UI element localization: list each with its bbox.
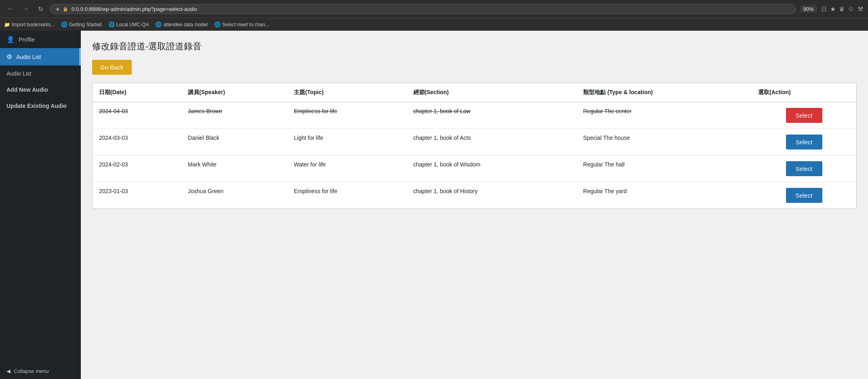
reader-icon[interactable]: ☷ xyxy=(821,5,827,13)
col-header-action: 選取(Action) xyxy=(752,83,857,102)
sidebar-update-existing-label: Update Existing Audio xyxy=(6,103,67,109)
cell-date: 2023-01-03 xyxy=(93,182,182,209)
table-row: 2024-03-03 Daniel Black Light for life c… xyxy=(93,129,857,156)
sidebar-audio-list-label: Audio List xyxy=(16,54,41,60)
table-row: 2024-02-03 Mark White Water for life cha… xyxy=(93,156,857,182)
globe-icon-2: 🌐 xyxy=(108,21,115,27)
col-header-section: 經節(Section) xyxy=(407,83,577,102)
cell-action: Select xyxy=(752,129,857,156)
account-icon[interactable]: ☺ xyxy=(848,5,854,13)
cell-date: 2024-04-03 xyxy=(93,102,182,129)
cell-speaker: Mark White xyxy=(181,156,287,182)
bookmark-select-meet[interactable]: 🌐 Select meet to chan... xyxy=(214,21,269,27)
cell-date: 2024-03-03 xyxy=(93,129,182,156)
cell-action: Select xyxy=(752,156,857,182)
globe-icon-4: 🌐 xyxy=(214,21,221,27)
cell-section: chapter 1, book of Wisdom xyxy=(407,156,577,182)
cell-topic: Emptiness for life xyxy=(287,182,407,209)
select-button-1[interactable]: Select xyxy=(786,135,822,149)
gear-icon: ⚙ xyxy=(6,53,12,61)
cell-date: 2024-02-03 xyxy=(93,156,182,182)
folder-icon: 📁 xyxy=(4,22,10,27)
reload-button[interactable]: ↻ xyxy=(36,4,46,14)
audio-table: 日期(Date) 講員(Speaker) 主題(Topic) 經節(Sectio… xyxy=(92,83,857,209)
go-back-button[interactable]: Go Back xyxy=(92,60,132,75)
col-header-topic: 主題(Topic) xyxy=(287,83,407,102)
table-row: 2024-04-03 James Brown Emptiness for lif… xyxy=(93,102,857,129)
cell-type-location: Regular The yard xyxy=(577,182,752,209)
cell-speaker: Daniel Black xyxy=(181,129,287,156)
sidebar-item-audio-list-link[interactable]: Audio List xyxy=(0,65,81,82)
bookmarks-bar: 📁 Import bookmarks... 🌐 Getting Started … xyxy=(0,18,868,31)
zoom-level: 90% xyxy=(800,5,817,13)
select-button-0[interactable]: Select xyxy=(786,108,822,123)
col-header-speaker: 講員(Speaker) xyxy=(181,83,287,102)
select-button-3[interactable]: Select xyxy=(786,188,822,203)
pocket-icon[interactable]: ♛ xyxy=(839,5,845,13)
globe-icon-1: 🌐 xyxy=(61,21,67,27)
cell-topic: Light for life xyxy=(287,129,407,156)
collapse-label: Collapse menu xyxy=(14,368,49,374)
cell-section: chapter 1, book of History xyxy=(407,182,577,209)
bookmark-attendee[interactable]: 🌐 attendee data model xyxy=(155,21,207,27)
sidebar-collapse-menu[interactable]: ◀ Collapse menu xyxy=(0,363,81,379)
cell-section: chapter 1, book of Acts xyxy=(407,129,577,156)
sidebar-audio-list-link-label: Audio List xyxy=(6,70,31,77)
cell-type-location: Regular The center xyxy=(577,102,752,129)
page-title: 修改錄音證道-選取證道錄音 xyxy=(92,40,857,53)
browser-action-icons: ☷ ★ ♛ ☺ ⚒ xyxy=(821,5,863,13)
cell-type-location: Regular The hall xyxy=(577,156,752,182)
globe-icon-3: 🌐 xyxy=(155,21,162,27)
cell-topic: Emptiness for life xyxy=(287,102,407,129)
table-header: 日期(Date) 講員(Speaker) 主題(Topic) 經節(Sectio… xyxy=(93,83,857,102)
bookmark-local-umc[interactable]: 🌐 Local UMC-QA xyxy=(108,21,149,27)
cell-speaker: Joshua Green xyxy=(181,182,287,209)
sidebar: 👤 Profile ⚙ Audio List Audio List Add Ne… xyxy=(0,31,81,379)
bookmark-star-icon[interactable]: ★ xyxy=(830,5,836,13)
bookmark-getting-started[interactable]: 🌐 Getting Started xyxy=(61,21,102,27)
sidebar-item-profile[interactable]: 👤 Profile xyxy=(0,31,81,48)
select-button-2[interactable]: Select xyxy=(786,161,822,176)
table-body: 2024-04-03 James Brown Emptiness for lif… xyxy=(93,102,857,209)
bookmark-import[interactable]: 📁 Import bookmarks... xyxy=(4,22,55,27)
cell-type-location: Special The house xyxy=(577,129,752,156)
person-icon: 👤 xyxy=(6,36,15,43)
cell-section: chapter 1, book of Law xyxy=(407,102,577,129)
header-row: 日期(Date) 講員(Speaker) 主題(Topic) 經節(Sectio… xyxy=(93,83,857,102)
address-bar[interactable]: ◈ 🔒 0.0.0.0:8888/wp-admin/admin.php?page… xyxy=(50,4,796,14)
extensions-icon[interactable]: ⚒ xyxy=(857,5,863,13)
lock-icon: 🔒 xyxy=(63,6,68,12)
sidebar-item-add-new-audio[interactable]: Add New Audio xyxy=(0,82,81,98)
back-button[interactable]: ← xyxy=(5,4,16,13)
app-container: 👤 Profile ⚙ Audio List Audio List Add Ne… xyxy=(0,31,868,379)
sidebar-item-update-existing[interactable]: Update Existing Audio xyxy=(0,98,81,114)
forward-button[interactable]: → xyxy=(20,4,32,13)
cell-action: Select xyxy=(752,102,857,129)
main-content: 修改錄音證道-選取證道錄音 Go Back 日期(Date) 講員(Speake… xyxy=(81,31,868,379)
sidebar-item-audio-list-active[interactable]: ⚙ Audio List xyxy=(0,48,81,65)
col-header-date: 日期(Date) xyxy=(93,83,182,102)
cell-action: Select xyxy=(752,182,857,209)
shield-icon: ◈ xyxy=(56,6,59,12)
col-header-type: 類型地點 (Type & location) xyxy=(577,83,752,102)
sidebar-profile-label: Profile xyxy=(19,36,35,43)
browser-chrome: ← → ↻ ◈ 🔒 0.0.0.0:8888/wp-admin/admin.ph… xyxy=(0,0,868,18)
cell-speaker: James Brown xyxy=(181,102,287,129)
url-text: 0.0.0.0:8888/wp-admin/admin.php?page=sel… xyxy=(72,6,197,12)
cell-topic: Water for life xyxy=(287,156,407,182)
table-row: 2023-01-03 Joshua Green Emptiness for li… xyxy=(93,182,857,209)
sidebar-add-new-audio-label: Add New Audio xyxy=(6,86,48,93)
collapse-icon: ◀ xyxy=(6,368,11,374)
